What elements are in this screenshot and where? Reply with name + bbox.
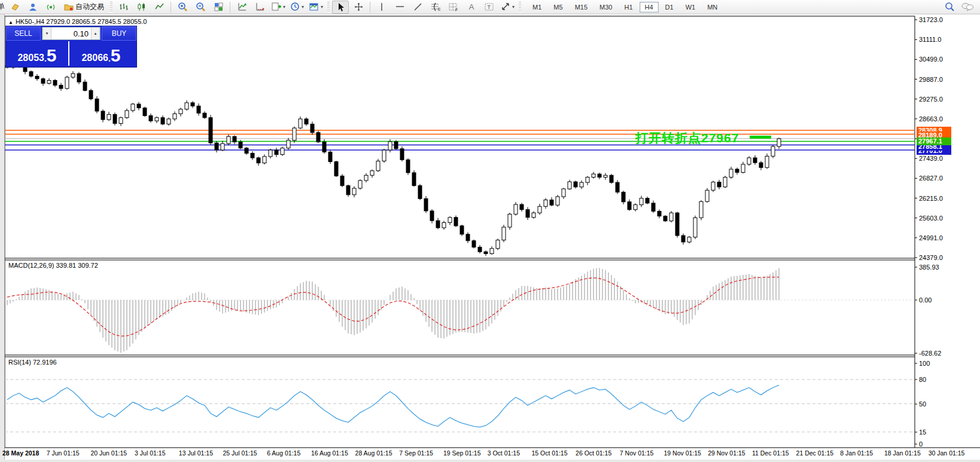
time-label: 19 Sep 01:15 (443, 449, 480, 457)
price-tick-label: 30499.0 (919, 56, 943, 63)
time-label: 19 Nov 01:15 (664, 449, 701, 457)
toolbar-gripper (110, 2, 112, 13)
auto-trading-button[interactable]: 自动交易 (60, 1, 108, 14)
time-label: 28 May 2018 (2, 449, 39, 457)
sell-price-main: 28053 (17, 52, 44, 64)
sell-price-pips: 5 (47, 47, 57, 64)
chevron-down-icon[interactable]: ▾ (302, 4, 304, 10)
horizontal-line-icon[interactable] (391, 1, 408, 14)
time-label: 15 Oct 01:15 (531, 449, 567, 457)
rsi-tick-label: 80 (919, 376, 926, 383)
trendline-icon[interactable] (409, 1, 426, 14)
timeframe-w1[interactable]: W1 (680, 2, 701, 13)
vertical-line-icon[interactable] (373, 1, 390, 14)
zoom-in-icon[interactable] (174, 1, 191, 14)
price-tick-label: 31723.0 (919, 16, 943, 23)
crosshair-icon[interactable] (350, 1, 367, 14)
price-tick-label: 28663.0 (919, 115, 943, 123)
timeframe-h1[interactable]: H1 (619, 2, 638, 13)
collapse-arrow-icon[interactable]: ▲ (8, 20, 13, 25)
periods-clock-icon[interactable]: ▾ (288, 1, 306, 14)
template-icon[interactable]: ▾ (307, 1, 325, 14)
price-tick-label: 26827.0 (919, 175, 943, 182)
green-line-segment[interactable] (750, 136, 771, 139)
tile-windows-icon[interactable] (210, 1, 227, 14)
toolbar-gripper (327, 2, 330, 13)
svg-text:E: E (438, 7, 441, 11)
time-label: 7 Sep 01:15 (399, 449, 433, 457)
chart-title: ▲HK50-,H4 27929.0 28065.5 27845.5 28055.… (8, 18, 147, 25)
signal-icon[interactable] (42, 1, 59, 14)
chevron-down-icon[interactable]: ▾ (512, 4, 515, 10)
time-label: 7 Nov 01:15 (620, 449, 654, 457)
buy-price-pips: 5 (111, 47, 121, 64)
auto-trading-label: 自动交易 (75, 2, 104, 12)
line-price-label: 27967.1 (917, 137, 951, 145)
timeframe-mn[interactable]: MN (702, 2, 723, 13)
price-tick-label: 29275.0 (919, 96, 943, 103)
candlestick-chart-icon[interactable] (133, 1, 150, 14)
toolbar-separator (171, 2, 171, 13)
time-label: 21 Dec 01:15 (796, 449, 833, 457)
sell-button[interactable]: SELL (6, 26, 41, 41)
toolbar-gripper (519, 2, 521, 13)
order-icon[interactable] (7, 1, 23, 14)
macd-tick-label: 385.93 (919, 264, 939, 271)
price-tick-label: 31111.0 (919, 36, 941, 43)
time-label: 26 Oct 01:15 (576, 449, 611, 457)
time-label: 3 Oct 01:15 (488, 449, 520, 457)
community-icon[interactable] (25, 1, 41, 14)
price-tick-label: 25603.0 (919, 215, 943, 222)
indicators-icon[interactable] (233, 1, 250, 14)
timeframe-m30[interactable]: M30 (594, 2, 617, 13)
order-text-fragment[interactable]: 单 (0, 2, 6, 12)
time-label: 11 Dec 01:15 (752, 449, 789, 457)
timeframe-m15[interactable]: M15 (570, 2, 593, 13)
time-axis: 28 May 20187 Jun 01:1520 Jun 01:153 Jul … (0, 449, 980, 460)
search-icon[interactable] (941, 1, 958, 14)
buy-price-main: 28066 (81, 52, 108, 64)
time-label: 28 Aug 01:15 (355, 449, 392, 457)
chevron-down-icon[interactable]: ▾ (283, 4, 285, 10)
macd-tick-label: 0.00 (919, 296, 932, 304)
time-label: 16 Aug 01:15 (311, 449, 348, 457)
volume-decrease-button[interactable]: ▼ (42, 27, 51, 39)
scale-icon[interactable] (251, 1, 268, 14)
one-click-trading-panel: SELL ▼ ▲ BUY 28053.5 28066.5 (6, 26, 136, 67)
new-chart-icon[interactable]: ▾ (269, 1, 287, 14)
time-label: 6 Aug 01:15 (267, 449, 300, 457)
volume-input[interactable] (51, 27, 91, 39)
timeframe-m5[interactable]: M5 (548, 2, 568, 13)
window-bottom-edge (0, 460, 980, 462)
price-tick-label: 29887.0 (919, 76, 943, 83)
zoom-out-icon[interactable] (192, 1, 209, 14)
volume-increase-button[interactable]: ▲ (91, 27, 100, 39)
chevron-down-icon[interactable]: ▾ (321, 4, 323, 10)
cursor-icon[interactable] (332, 1, 349, 14)
toolbar-separator (230, 2, 230, 13)
text-icon[interactable]: A (463, 1, 480, 14)
chart-canvas[interactable]: 31723.031111.030499.029887.029275.028663… (0, 0, 980, 462)
line-chart-icon[interactable] (151, 1, 168, 14)
timeframe-d1[interactable]: D1 (660, 2, 679, 13)
toolbar: 单 自动交易 (0, 0, 980, 14)
time-label: 13 Jul 01:15 (179, 449, 213, 457)
timeframe-h4[interactable]: H4 (640, 2, 659, 13)
mt4-window: 单 自动交易 (0, 0, 980, 462)
time-label: 18 Jan 01:15 (884, 449, 921, 457)
timeframe-m1[interactable]: M1 (527, 2, 547, 13)
chat-icon[interactable] (959, 1, 976, 14)
grid-icon[interactable]: F (445, 1, 462, 14)
rsi-tick-label: 50 (919, 400, 926, 408)
buy-button[interactable]: BUY (102, 26, 136, 41)
symbol-ohlc-text: HK50-,H4 27929.0 28065.5 27845.5 28055.0 (16, 18, 147, 25)
fibonacci-icon[interactable]: E (427, 1, 444, 14)
chart-annotation-text[interactable]: 打开转折点27967 (635, 130, 739, 146)
text-label-icon[interactable]: T (481, 1, 498, 14)
buy-price[interactable]: 28066.5 (69, 41, 133, 66)
sell-price[interactable]: 28053.5 (6, 41, 69, 66)
toolbar-separator (370, 2, 370, 13)
bar-chart-icon[interactable] (115, 1, 132, 14)
timeframe-bar: M1M5M15M30H1H4D1W1MN (526, 2, 723, 13)
shapes-icon[interactable]: ▾ (499, 1, 516, 14)
